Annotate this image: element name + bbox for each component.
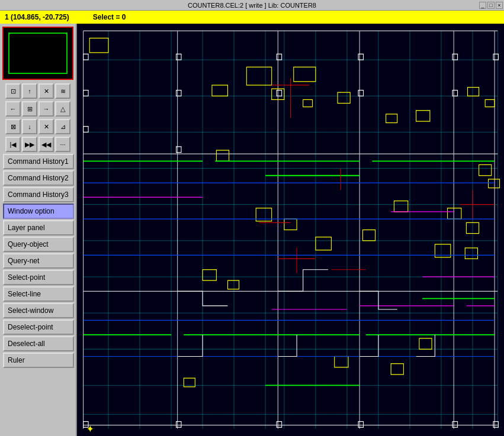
- tool-right[interactable]: →: [38, 101, 54, 117]
- close-button[interactable]: ×: [496, 2, 503, 9]
- window-option-button[interactable]: Window option: [3, 204, 74, 219]
- command-history3-button[interactable]: Command History3: [3, 187, 74, 202]
- schematic-view[interactable]: ✦: [77, 24, 504, 436]
- tool-lines[interactable]: ≋: [55, 83, 70, 99]
- select-window-button[interactable]: Select-window: [3, 303, 74, 318]
- window-controls[interactable]: _ □ ×: [479, 2, 503, 9]
- cursor-marker: ✦: [86, 423, 94, 434]
- main-layout: ⊡ ↑ ✕ ≋ ← ⊞ → △ ⊠ ↓ ✕ ⊿ |◀ ▶▶ ◀◀ ··· Com…: [0, 24, 504, 436]
- select-point-button[interactable]: Select-point: [3, 270, 74, 285]
- command-history1-button[interactable]: Command History1: [3, 154, 74, 169]
- toolbar-row-2: ← ⊞ → △: [2, 101, 73, 117]
- title-text: COUNTER8.CEL:2 [ write ] Lib: COUNTER8: [188, 2, 316, 9]
- tool-cross[interactable]: ✕: [38, 83, 54, 99]
- maximize-button[interactable]: □: [487, 2, 495, 9]
- deselect-point-button[interactable]: Deselect-point: [3, 319, 74, 335]
- tool-more[interactable]: ···: [55, 137, 70, 152]
- thumbnail-inner: [8, 33, 68, 74]
- deselect-all-button[interactable]: Deselect-all: [3, 336, 74, 351]
- title-bar: COUNTER8.CEL:2 [ write ] Lib: COUNTER8 _…: [0, 0, 504, 11]
- ruler-button[interactable]: Ruler: [3, 353, 74, 368]
- tool-center[interactable]: ⊞: [22, 101, 37, 117]
- select-count: Select = 0: [93, 13, 126, 21]
- thumbnail-view[interactable]: [2, 27, 73, 80]
- query-net-button[interactable]: Query-net: [3, 253, 74, 269]
- tool-up[interactable]: ↑: [22, 83, 37, 99]
- tool-x[interactable]: ✕: [38, 119, 54, 134]
- minimize-button[interactable]: _: [479, 2, 486, 9]
- status-bar: 1 (104.865, -20.725) Select = 0: [0, 11, 504, 24]
- tool-rewind[interactable]: |◀: [5, 137, 21, 152]
- tool-prev[interactable]: ◀◀: [38, 137, 54, 152]
- query-object-button[interactable]: Query-object: [3, 237, 74, 252]
- select-line-button[interactable]: Select-line: [3, 286, 74, 302]
- command-history2-button[interactable]: Command History2: [3, 170, 74, 186]
- tool-corner[interactable]: ⊿: [55, 119, 70, 134]
- tool-select[interactable]: ⊡: [5, 83, 21, 99]
- left-panel: ⊡ ↑ ✕ ≋ ← ⊞ → △ ⊠ ↓ ✕ ⊿ |◀ ▶▶ ◀◀ ··· Com…: [0, 24, 77, 436]
- layer-panel-button[interactable]: Layer panel: [3, 220, 74, 235]
- tool-left[interactable]: ←: [5, 101, 21, 117]
- toolbar-row-1: ⊡ ↑ ✕ ≋: [2, 83, 73, 99]
- tool-down[interactable]: ↓: [22, 119, 37, 134]
- coordinates-display: 1 (104.865, -20.725): [5, 13, 69, 21]
- canvas-area[interactable]: ✦: [77, 24, 504, 436]
- tool-box-cross[interactable]: ⊠: [5, 119, 21, 134]
- tool-triangle[interactable]: △: [55, 101, 70, 117]
- tool-ffwd[interactable]: ▶▶: [22, 137, 37, 152]
- toolbar-row-3: ⊠ ↓ ✕ ⊿: [2, 119, 73, 134]
- toolbar-row-4: |◀ ▶▶ ◀◀ ···: [2, 137, 73, 152]
